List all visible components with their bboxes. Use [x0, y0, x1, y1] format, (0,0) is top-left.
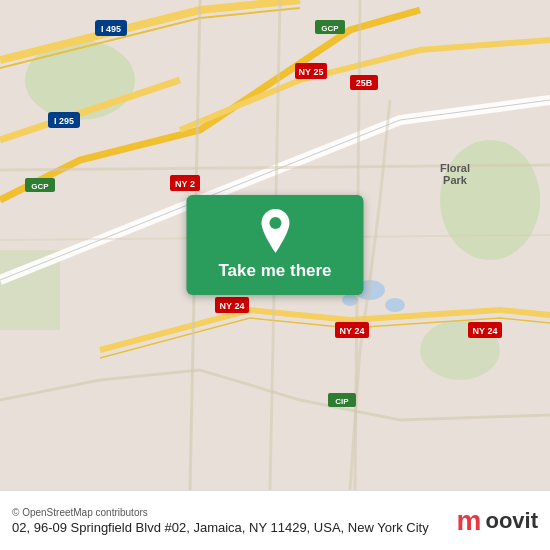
map-area: I 495 I 295 GCP GCP NY 2 NY 25 25B NY 24… [0, 0, 550, 490]
moovit-m-letter: m [457, 505, 482, 537]
button-overlay: Take me there [186, 195, 363, 295]
moovit-logo: m oovit [457, 505, 538, 537]
osm-attribution: © OpenStreetMap contributors [12, 507, 429, 518]
svg-text:NY 24: NY 24 [473, 326, 498, 336]
svg-text:NY 24: NY 24 [220, 301, 245, 311]
footer-info: © OpenStreetMap contributors 02, 96-09 S… [12, 507, 429, 535]
moovit-text: oovit [485, 508, 538, 534]
svg-text:CIP: CIP [335, 397, 349, 406]
svg-point-2 [440, 140, 540, 260]
take-me-there-button[interactable]: Take me there [186, 195, 363, 295]
svg-text:NY 2: NY 2 [175, 179, 195, 189]
svg-text:I 295: I 295 [54, 116, 74, 126]
address-label: 02, 96-09 Springfield Blvd #02, Jamaica,… [12, 520, 429, 535]
svg-point-32 [269, 217, 281, 229]
svg-text:NY 25: NY 25 [299, 67, 324, 77]
location-pin-icon [257, 209, 293, 253]
svg-point-6 [385, 298, 405, 312]
take-me-there-label: Take me there [218, 261, 331, 281]
svg-text:Park: Park [443, 174, 468, 186]
osm-credit-text: © OpenStreetMap contributors [12, 507, 148, 518]
svg-text:25B: 25B [356, 78, 373, 88]
svg-text:GCP: GCP [321, 24, 339, 33]
svg-text:GCP: GCP [31, 182, 49, 191]
svg-text:I 495: I 495 [101, 24, 121, 34]
svg-text:Floral: Floral [440, 162, 470, 174]
footer-bar: © OpenStreetMap contributors 02, 96-09 S… [0, 490, 550, 550]
svg-text:NY 24: NY 24 [340, 326, 365, 336]
